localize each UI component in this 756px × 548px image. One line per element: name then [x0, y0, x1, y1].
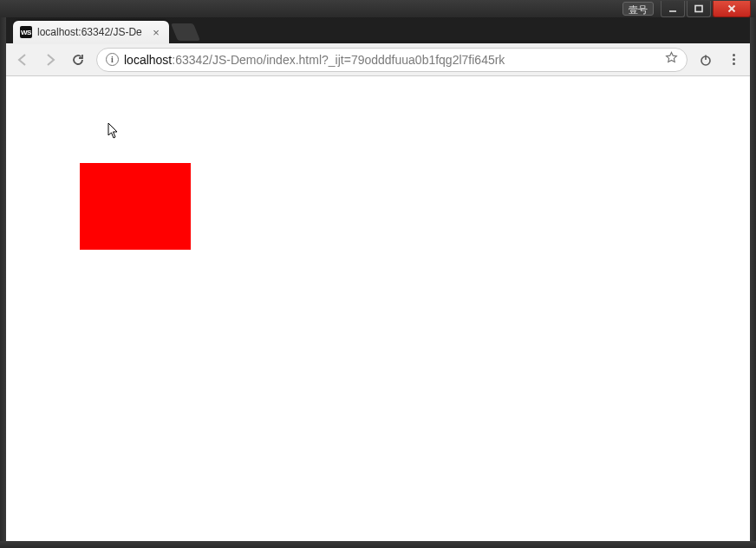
window-frame-left	[0, 17, 6, 541]
tab-close-button[interactable]: ×	[150, 26, 162, 38]
address-bar[interactable]: i localhost:63342/JS-Demo/index.html?_ij…	[96, 48, 688, 72]
browser-menu-button[interactable]	[724, 50, 743, 69]
arrow-left-icon	[15, 52, 30, 68]
maximize-button[interactable]	[687, 1, 711, 17]
extension-button[interactable]	[696, 50, 715, 69]
tab-strip: WS localhost:63342/JS-De ×	[6, 17, 750, 43]
forward-button[interactable]	[41, 50, 60, 69]
red-box	[80, 163, 191, 250]
site-info-icon[interactable]: i	[106, 53, 119, 66]
back-button[interactable]	[13, 50, 32, 69]
minimize-icon	[668, 3, 678, 14]
bookmark-button[interactable]	[665, 51, 678, 68]
menu-dots-icon	[733, 54, 735, 56]
ime-badge[interactable]: 壹号	[622, 2, 654, 16]
star-icon	[665, 51, 678, 64]
maximize-icon	[694, 3, 704, 14]
page-viewport	[6, 76, 750, 541]
power-icon	[699, 53, 713, 67]
new-tab-button[interactable]	[171, 23, 200, 41]
minimize-button[interactable]	[661, 1, 685, 17]
browser-window: WS localhost:63342/JS-De × i localhost:6…	[6, 17, 750, 541]
reload-button[interactable]	[68, 50, 88, 69]
svg-rect-1	[695, 6, 702, 12]
url-host: localhost	[124, 53, 172, 67]
reload-icon	[70, 52, 86, 68]
favicon-icon: WS	[20, 26, 32, 38]
window-frame-right	[750, 17, 756, 541]
browser-tab[interactable]: WS localhost:63342/JS-De ×	[13, 21, 169, 43]
cursor-icon	[108, 122, 120, 140]
tab-title: localhost:63342/JS-De	[37, 26, 145, 38]
window-frame-bottom	[0, 541, 756, 548]
window-titlebar: 壹号	[0, 0, 756, 17]
browser-toolbar: i localhost:63342/JS-Demo/index.html?_ij…	[6, 43, 750, 76]
url-text: localhost:63342/JS-Demo/index.html?_ijt=…	[124, 53, 660, 67]
close-button[interactable]	[713, 1, 751, 17]
url-path: :63342/JS-Demo/index.html?_ijt=79odddfuu…	[172, 53, 505, 67]
close-icon	[727, 3, 737, 14]
arrow-right-icon	[42, 52, 58, 68]
